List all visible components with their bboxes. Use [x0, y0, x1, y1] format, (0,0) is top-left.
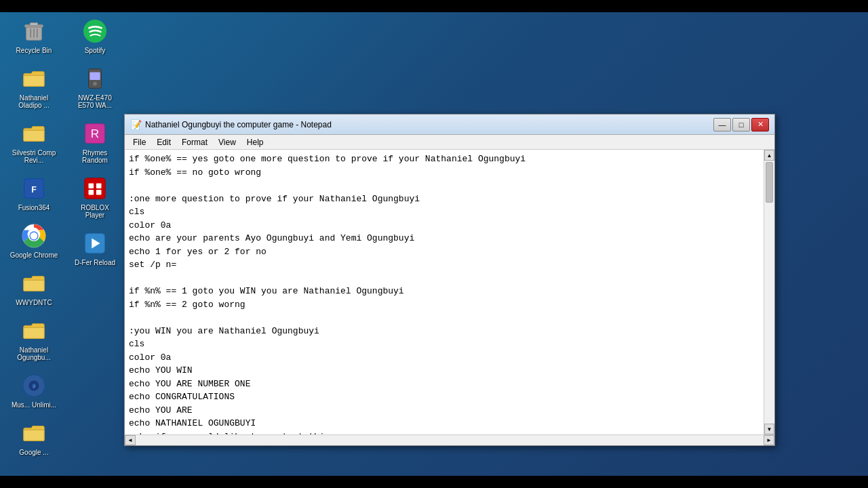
notepad-window: 📝 Nathaniel Ogungbuyi the computer game … — [124, 114, 775, 446]
svg-rect-2 — [30, 23, 37, 26]
desktop-icons-area: Recycle Bin Nathaniel Oladipo ... Silves… — [7, 14, 129, 474]
svg-rect-7 — [24, 130, 44, 141]
fusion-label: Fusion364 — [18, 204, 50, 211]
folder-icon-1 — [20, 65, 47, 92]
svg-text:R: R — [91, 127, 99, 140]
svg-rect-26 — [85, 178, 105, 199]
folder-icon-2 — [20, 120, 47, 147]
video-bar-top — [0, 0, 868, 12]
scroll-right-button[interactable]: ► — [764, 435, 774, 445]
folder-icon-3 — [20, 270, 47, 297]
roblox-label: ROBLOX Player — [71, 204, 119, 219]
scroll-track-h — [136, 435, 764, 445]
svg-text:F: F — [31, 185, 37, 195]
icon-roblox[interactable]: ROBLOX Player — [68, 171, 122, 223]
notepad-small-icon: 📝 — [130, 119, 141, 130]
chrome-label: Google Chrome — [10, 251, 58, 259]
svg-rect-13 — [24, 280, 44, 291]
menu-bar: File Edit Format View Help — [125, 135, 774, 150]
icon-dfer[interactable]: D-Fer Reload — [68, 226, 122, 270]
svg-point-23 — [93, 82, 97, 86]
title-bar-left: 📝 Nathaniel Ogungbuyi the computer game … — [130, 119, 332, 130]
icon-wwydntc[interactable]: WWYDNTC — [7, 266, 61, 310]
spotify-icon — [81, 18, 108, 45]
title-text: Nathaniel Ogungbuyi the computer game - … — [145, 120, 332, 129]
svg-rect-22 — [90, 73, 100, 80]
icon-recycle-bin[interactable]: Recycle Bin — [7, 14, 61, 58]
folder-icon-5 — [20, 420, 47, 447]
scroll-thumb-v[interactable] — [766, 162, 773, 203]
svg-rect-19 — [24, 430, 44, 441]
icon-spotify[interactable]: Spotify — [68, 14, 122, 58]
desktop: Recycle Bin Nathaniel Oladipo ... Silves… — [0, 0, 868, 488]
device-icon — [81, 65, 108, 92]
nathaniel-oladipo-label: Nathaniel Oladipo ... — [9, 94, 58, 109]
close-button[interactable]: ✕ — [751, 118, 769, 131]
menu-view[interactable]: View — [213, 136, 241, 148]
wwydntc-label: WWYDNTC — [16, 299, 52, 306]
svg-rect-28 — [96, 183, 102, 188]
minimize-button[interactable]: — — [713, 118, 731, 131]
menu-edit[interactable]: Edit — [151, 136, 176, 148]
icon-nathaniel-ogungbu[interactable]: Nathaniel Ogungbu... — [7, 313, 61, 365]
title-bar: 📝 Nathaniel Ogungbuyi the computer game … — [125, 115, 774, 135]
music-label: Mus... Unlimi... — [12, 401, 56, 409]
scroll-left-button[interactable]: ◄ — [125, 435, 136, 445]
svg-point-12 — [31, 232, 37, 239]
svg-text:♪: ♪ — [33, 382, 36, 390]
menu-file[interactable]: File — [127, 136, 151, 148]
scroll-up-button[interactable]: ▲ — [764, 150, 774, 161]
vertical-scrollbar[interactable]: ▲ ▼ — [764, 150, 774, 434]
text-editor[interactable]: if %one% == yes goto one more question t… — [125, 150, 764, 434]
rhymes-label: Rhymes Random — [71, 149, 119, 164]
icon-nathaniel-oladipo[interactable]: Nathaniel Oladipo ... — [7, 61, 61, 113]
google-folder-label: Google ... — [19, 449, 48, 456]
nathaniel-ogungbu-label: Nathaniel Ogungbu... — [9, 346, 58, 361]
icon-silvestri[interactable]: Silvestri Comp Revi... — [7, 116, 61, 168]
icon-nwz[interactable]: NWZ-E470 E570 WA... — [68, 61, 122, 113]
roblox-icon — [81, 175, 108, 202]
dfer-label: D-Fer Reload — [75, 259, 115, 266]
scroll-down-button[interactable]: ▼ — [764, 424, 774, 434]
horizontal-scrollbar[interactable]: ◄ ► — [125, 434, 774, 445]
maximize-button[interactable]: □ — [732, 118, 750, 131]
chrome-icon — [20, 222, 47, 249]
scroll-track-v — [764, 161, 774, 424]
notepad-content-area: if %one% == yes goto one more question t… — [125, 150, 774, 434]
icon-fusion364[interactable]: F Fusion364 — [7, 171, 61, 216]
rhymes-icon: R — [81, 120, 108, 147]
fusion-icon: F — [20, 175, 47, 202]
svg-rect-6 — [24, 75, 44, 86]
icon-google-chrome[interactable]: Google Chrome — [7, 218, 61, 263]
nwz-label: NWZ-E470 E570 WA... — [71, 94, 119, 109]
icon-music[interactable]: ♪ Mus... Unlimi... — [7, 368, 61, 413]
dfer-icon — [81, 230, 108, 257]
folder-icon-4 — [20, 317, 47, 344]
video-bar-bottom — [0, 476, 868, 488]
svg-rect-27 — [89, 183, 94, 188]
silvestri-label: Silvestri Comp Revi... — [9, 149, 58, 164]
icon-rhymes[interactable]: R Rhymes Random — [68, 116, 122, 168]
icon-google-folder[interactable]: Google ... — [7, 415, 61, 460]
spotify-label: Spotify — [85, 47, 106, 54]
svg-rect-14 — [24, 327, 44, 338]
recycle-bin-label: Recycle Bin — [16, 47, 52, 54]
menu-format[interactable]: Format — [176, 136, 213, 148]
menu-help[interactable]: Help — [241, 136, 269, 148]
music-icon: ♪ — [20, 372, 47, 399]
recycle-bin-icon — [20, 18, 47, 45]
svg-rect-30 — [96, 190, 102, 195]
svg-rect-29 — [89, 190, 94, 195]
title-controls: — □ ✕ — [713, 118, 769, 131]
